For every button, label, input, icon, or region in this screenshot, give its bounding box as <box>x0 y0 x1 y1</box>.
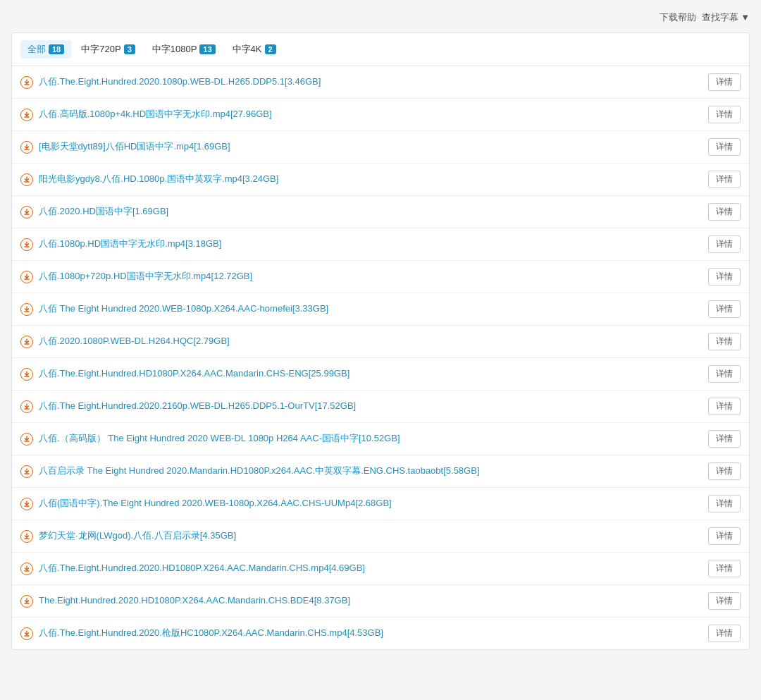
resource-row: 八佰.1080p+720p.HD国语中字无水印.mp4[12.72GB]详情 <box>12 261 749 293</box>
resource-row: 八佰.The.Eight.Hundred.HD1080P.X264.AAC.Ma… <box>12 358 749 391</box>
download-icon <box>20 498 33 510</box>
detail-button[interactable]: 详情 <box>708 138 741 156</box>
resource-row: 八佰.The Eight.Hundred.2020.2160p.WEB-DL.H… <box>12 391 749 423</box>
resource-name[interactable]: 八佰 The Eight Hundred 2020.WEB-1080p.X264… <box>39 302 700 315</box>
resource-name[interactable]: 八佰.The.Eight.Hundred.2020.枪版HC1080P.X264… <box>39 627 700 639</box>
download-icon <box>20 595 33 608</box>
tab-label-1080p: 中字1080P <box>152 43 197 56</box>
detail-button[interactable]: 详情 <box>708 106 741 123</box>
download-help-link[interactable]: 下载帮助 <box>660 11 696 24</box>
resource-name[interactable]: 八佰.1080p.HD国语中字无水印.mp4[3.18GB] <box>39 238 700 250</box>
resource-row: [电影天堂dytt89]八佰HD国语中字.mp4[1.69GB]详情 <box>12 131 749 164</box>
resource-name[interactable]: 八百启示录 The Eight Hundred 2020.Mandarin.HD… <box>39 465 700 477</box>
detail-button[interactable]: 详情 <box>708 398 741 415</box>
resource-name[interactable]: 八佰.（高码版） The Eight Hundred 2020 WEB-DL 1… <box>39 432 700 445</box>
tabs-row: 全部18中字720P3中字1080P13中字4K2 <box>12 33 749 66</box>
detail-button[interactable]: 详情 <box>708 268 741 285</box>
download-icon <box>20 336 33 348</box>
detail-button[interactable]: 详情 <box>708 560 741 577</box>
detail-button[interactable]: 详情 <box>708 300 741 318</box>
detail-button[interactable]: 详情 <box>708 203 741 221</box>
detail-button[interactable]: 详情 <box>708 365 741 383</box>
resource-name[interactable]: 八佰.高码版.1080p+4k.HD国语中字无水印.mp4[27.96GB] <box>39 108 700 121</box>
resource-name[interactable]: 八佰.2020.HD国语中字[1.69GB] <box>39 205 700 218</box>
tab-all[interactable]: 全部18 <box>20 40 71 59</box>
detail-button[interactable]: 详情 <box>708 430 741 448</box>
tab-badge-1080p: 13 <box>199 44 215 54</box>
download-icon <box>20 303 33 316</box>
resource-row: 八佰.高码版.1080p+4k.HD国语中字无水印.mp4[27.96GB]详情 <box>12 99 749 131</box>
download-icon <box>20 433 33 446</box>
detail-button[interactable]: 详情 <box>708 235 741 253</box>
resource-name[interactable]: 八佰.The.Eight.Hundred.2020.HD1080P.X264.A… <box>39 562 700 575</box>
resource-name[interactable]: 八佰.2020.1080P.WEB-DL.H264.HQC[2.79GB] <box>39 335 700 348</box>
resource-row: The.Eight.Hundred.2020.HD1080P.X264.AAC.… <box>12 585 749 618</box>
download-icon <box>20 173 33 186</box>
detail-button[interactable]: 详情 <box>708 73 741 91</box>
resource-row: 八佰.（高码版） The Eight Hundred 2020 WEB-DL 1… <box>12 423 749 455</box>
download-icon <box>20 206 33 219</box>
tab-4k[interactable]: 中字4K2 <box>225 40 283 59</box>
detail-button[interactable]: 详情 <box>708 462 741 480</box>
resource-name[interactable]: 八佰.The.Eight.Hundred.HD1080P.X264.AAC.Ma… <box>39 367 700 380</box>
download-icon <box>20 271 33 283</box>
tab-badge-all: 18 <box>49 44 64 54</box>
resource-name[interactable]: 阳光电影ygdy8.八佰.HD.1080p.国语中英双字.mp4[3.24GB] <box>39 173 700 185</box>
detail-button[interactable]: 详情 <box>708 527 741 545</box>
resource-row: 八佰.The.Eight.Hundred.2020.1080p.WEB-DL.H… <box>12 66 749 99</box>
resource-row: 梦幻天堂·龙网(LWgod).八佰.八百启示录[4.35GB]详情 <box>12 520 749 553</box>
page-header: 下载帮助 查找字幕 ▼ <box>11 11 750 24</box>
resource-row: 八佰.2020.1080P.WEB-DL.H264.HQC[2.79GB]详情 <box>12 326 749 358</box>
tab-720p[interactable]: 中字720P3 <box>74 40 142 59</box>
resource-name[interactable]: 八佰.The.Eight.Hundred.2020.1080p.WEB-DL.H… <box>39 75 700 88</box>
tab-1080p[interactable]: 中字1080P13 <box>145 40 223 59</box>
download-icon <box>20 368 33 381</box>
resource-row: 八佰.2020.HD国语中字[1.69GB]详情 <box>12 196 749 228</box>
tab-badge-720p: 3 <box>124 44 135 54</box>
tab-label-4k: 中字4K <box>233 43 262 56</box>
resource-row: 八佰.The.Eight.Hundred.2020.枪版HC1080P.X264… <box>12 618 749 649</box>
download-icon <box>20 238 33 251</box>
resource-row: 八佰 The Eight Hundred 2020.WEB-1080p.X264… <box>12 293 749 326</box>
resource-name[interactable]: [电影天堂dytt89]八佰HD国语中字.mp4[1.69GB] <box>39 140 700 153</box>
download-icon <box>20 141 33 154</box>
detail-button[interactable]: 详情 <box>708 333 741 350</box>
resource-name[interactable]: 梦幻天堂·龙网(LWgod).八佰.八百启示录[4.35GB] <box>39 529 700 542</box>
detail-button[interactable]: 详情 <box>708 171 741 188</box>
main-card: 全部18中字720P3中字1080P13中字4K2 八佰.The.Eight.H… <box>11 32 750 650</box>
resource-name[interactable]: 八佰.1080p+720p.HD国语中字无水印.mp4[12.72GB] <box>39 270 700 283</box>
download-icon <box>20 76 33 89</box>
download-icon <box>20 400 33 413</box>
detail-button[interactable]: 详情 <box>708 625 741 642</box>
tab-label-all: 全部 <box>27 43 46 56</box>
download-icon <box>20 465 33 478</box>
resource-row: 八佰(国语中字).The Eight Hundred 2020.WEB-1080… <box>12 488 749 520</box>
download-icon <box>20 109 33 121</box>
tab-badge-4k: 2 <box>265 44 276 54</box>
resource-name[interactable]: 八佰(国语中字).The Eight Hundred 2020.WEB-1080… <box>39 497 700 510</box>
download-icon <box>20 563 33 575</box>
resource-list: 八佰.The.Eight.Hundred.2020.1080p.WEB-DL.H… <box>12 66 749 649</box>
resource-name[interactable]: 八佰.The Eight.Hundred.2020.2160p.WEB-DL.H… <box>39 400 700 412</box>
detail-button[interactable]: 详情 <box>708 592 741 610</box>
detail-button[interactable]: 详情 <box>708 495 741 512</box>
tab-label-720p: 中字720P <box>81 43 120 56</box>
download-icon <box>20 627 33 640</box>
download-icon <box>20 530 33 543</box>
resource-row: 八佰.The.Eight.Hundred.2020.HD1080P.X264.A… <box>12 553 749 585</box>
find-subtitle-link[interactable]: 查找字幕 ▼ <box>702 11 750 24</box>
resource-name[interactable]: The.Eight.Hundred.2020.HD1080P.X264.AAC.… <box>39 594 700 607</box>
header-links: 下载帮助 查找字幕 ▼ <box>660 11 750 24</box>
resource-row: 阳光电影ygdy8.八佰.HD.1080p.国语中英双字.mp4[3.24GB]… <box>12 164 749 196</box>
resource-row: 八佰.1080p.HD国语中字无水印.mp4[3.18GB]详情 <box>12 228 749 261</box>
resource-row: 八百启示录 The Eight Hundred 2020.Mandarin.HD… <box>12 455 749 488</box>
